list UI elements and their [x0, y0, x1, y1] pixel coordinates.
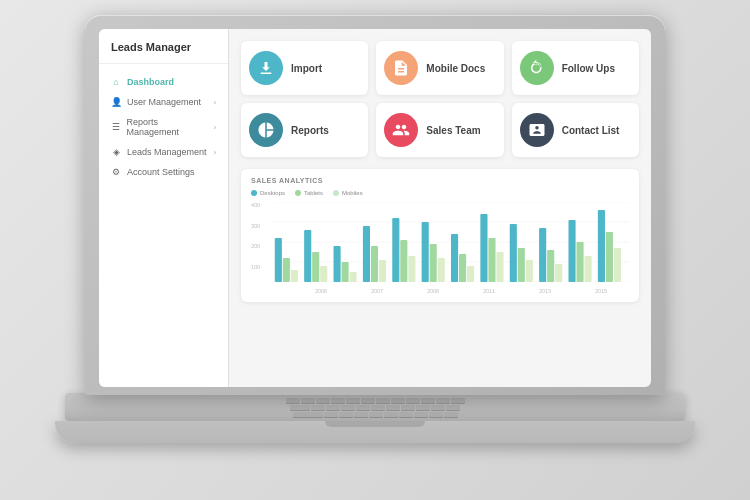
tile-contact-list-label: Contact List: [562, 125, 620, 136]
sidebar-item-reports-management[interactable]: ☰ Reports Management ›: [99, 112, 228, 142]
tablets-dot: [295, 190, 301, 196]
screen-bezel: Leads Manager ⌂ Dashboard 👤 User Managem…: [85, 15, 665, 395]
key: [431, 405, 445, 410]
svg-rect-5: [275, 238, 282, 282]
laptop-keyboard: [65, 393, 685, 421]
svg-rect-25: [467, 266, 474, 282]
sidebar-item-dashboard[interactable]: ⌂ Dashboard: [99, 72, 228, 92]
svg-rect-23: [451, 234, 458, 282]
key: [414, 412, 428, 417]
x-label-2: 2007: [371, 288, 383, 294]
key: [401, 405, 415, 410]
tile-import-label: Import: [291, 63, 322, 74]
svg-rect-36: [576, 242, 583, 282]
svg-rect-20: [422, 222, 429, 282]
key: [399, 412, 413, 417]
chart-legend: Desktops Tablets Mobiles: [251, 190, 629, 196]
settings-icon: ⚙: [111, 167, 121, 177]
svg-rect-26: [480, 214, 487, 282]
svg-rect-24: [459, 254, 466, 282]
svg-rect-28: [496, 252, 503, 282]
x-label-6: 2015: [595, 288, 607, 294]
home-icon: ⌂: [111, 77, 121, 87]
x-label-3: 2008: [427, 288, 439, 294]
key: [361, 398, 375, 403]
legend-tablets: Tablets: [295, 190, 323, 196]
tiles-grid: Import Mobile Docs: [241, 41, 639, 157]
tile-import[interactable]: Import: [241, 41, 368, 95]
tile-follow-ups[interactable]: Follow Ups: [512, 41, 639, 95]
legend-mobiles-label: Mobiles: [342, 190, 363, 196]
key: [371, 405, 385, 410]
follow-ups-icon: [520, 51, 554, 85]
key: [339, 412, 353, 417]
sidebar-item-user-management[interactable]: 👤 User Management ›: [99, 92, 228, 112]
key: [286, 398, 300, 403]
sidebar-item-leads-management[interactable]: ◈ Leads Management ›: [99, 142, 228, 162]
tile-sales-team-label: Sales Team: [426, 125, 480, 136]
sidebar-item-label: Reports Management: [126, 117, 207, 137]
svg-rect-31: [526, 260, 533, 282]
sidebar-item-account-settings[interactable]: ⚙ Account Settings: [99, 162, 228, 182]
key: [391, 398, 405, 403]
legend-tablets-label: Tablets: [304, 190, 323, 196]
legend-desktops: Desktops: [251, 190, 285, 196]
import-icon: [249, 51, 283, 85]
svg-rect-10: [320, 266, 327, 282]
svg-rect-7: [291, 270, 298, 282]
bar-chart: [273, 202, 629, 282]
key: [346, 398, 360, 403]
user-icon: 👤: [111, 97, 121, 107]
svg-rect-12: [342, 262, 349, 282]
tile-mobile-docs[interactable]: Mobile Docs: [376, 41, 503, 95]
reports-icon: [249, 113, 283, 147]
laptop-screen: Leads Manager ⌂ Dashboard 👤 User Managem…: [99, 29, 651, 387]
svg-rect-39: [606, 232, 613, 282]
tile-contact-list[interactable]: Contact List: [512, 103, 639, 157]
y-axis-labels: 100 200 300 400: [251, 202, 269, 282]
chevron-right-icon: ›: [214, 124, 216, 131]
legend-mobiles: Mobiles: [333, 190, 363, 196]
key: [316, 398, 330, 403]
svg-rect-29: [510, 224, 517, 282]
key: [376, 398, 390, 403]
main-content: Import Mobile Docs: [229, 29, 651, 387]
legend-desktops-label: Desktops: [260, 190, 285, 196]
sidebar-item-label: Dashboard: [127, 77, 174, 87]
key: [444, 412, 458, 417]
key: [326, 405, 340, 410]
leads-icon: ◈: [111, 147, 121, 157]
chevron-right-icon: ›: [214, 99, 216, 106]
key: [324, 412, 338, 417]
key: [311, 405, 325, 410]
svg-rect-6: [283, 258, 290, 282]
svg-rect-40: [614, 248, 621, 282]
svg-rect-32: [539, 228, 546, 282]
tile-reports[interactable]: Reports: [241, 103, 368, 157]
key: [293, 412, 323, 417]
svg-rect-38: [598, 210, 605, 282]
tile-mobile-docs-label: Mobile Docs: [426, 63, 485, 74]
key: [446, 405, 460, 410]
svg-rect-27: [488, 238, 495, 282]
report-icon: ☰: [111, 122, 120, 132]
laptop-base: [55, 421, 695, 443]
svg-rect-22: [438, 258, 445, 282]
key: [436, 398, 450, 403]
mobiles-dot: [333, 190, 339, 196]
chart-title: SALES ANALYTICS: [251, 177, 629, 184]
key: [369, 412, 383, 417]
contact-list-icon: [520, 113, 554, 147]
svg-rect-18: [400, 240, 407, 282]
mobile-docs-icon: [384, 51, 418, 85]
sidebar-title: Leads Manager: [99, 41, 228, 64]
svg-rect-11: [334, 246, 341, 282]
svg-rect-35: [568, 220, 575, 282]
tile-sales-team[interactable]: Sales Team: [376, 103, 503, 157]
key: [406, 398, 420, 403]
x-label-4: 2011: [483, 288, 495, 294]
key: [386, 405, 400, 410]
svg-rect-19: [408, 256, 415, 282]
tile-follow-ups-label: Follow Ups: [562, 63, 615, 74]
sidebar-item-label: Leads Management: [127, 147, 207, 157]
